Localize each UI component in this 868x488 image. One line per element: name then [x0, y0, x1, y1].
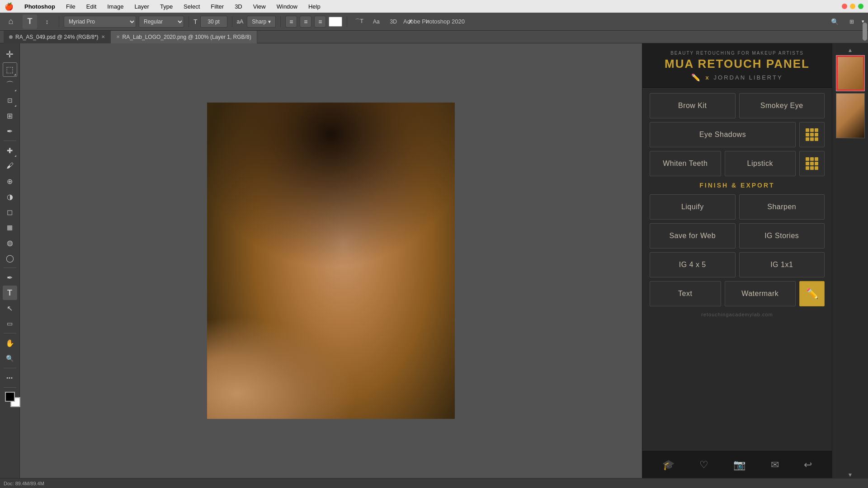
anti-alias-select[interactable]: Sharp ▾	[247, 16, 276, 28]
canvas-area[interactable]	[20, 43, 642, 478]
gradient-tool[interactable]: ▦	[3, 220, 17, 235]
lipstick-grid-button[interactable]	[799, 151, 825, 176]
eye-shadows-button[interactable]: Eye Shadows	[650, 122, 796, 147]
type-tool-indicator[interactable]: T	[23, 14, 37, 29]
tab-close-1[interactable]: ✕	[101, 34, 105, 39]
arrange-windows-button[interactable]: ⊞	[844, 14, 859, 29]
status-info: Doc: 89.4M/89.4M	[4, 481, 44, 486]
finish-export-label: FINISH & EXPORT	[650, 182, 825, 189]
3d-button[interactable]: 3D	[386, 14, 401, 29]
zoom-tool[interactable]: 🔍	[3, 351, 17, 366]
object-select-tool[interactable]: ⊡	[3, 93, 17, 108]
tab-dot-1	[9, 35, 13, 39]
menu-layer[interactable]: Layer	[132, 2, 151, 11]
shape-tool[interactable]: ▭	[3, 316, 17, 331]
path-select-tool[interactable]: ↖	[3, 301, 17, 315]
more-tools-button[interactable]: •••	[3, 371, 17, 385]
menu-window[interactable]: Window	[275, 2, 299, 11]
home-button[interactable]: ⌂	[4, 14, 18, 29]
toggle-direction-button[interactable]: ↕	[40, 14, 54, 29]
menu-file[interactable]: File	[64, 2, 77, 11]
menu-3d[interactable]: 3D	[233, 2, 244, 11]
align-center-button[interactable]: ≡	[300, 16, 311, 28]
warp-text-button[interactable]: ⌒T	[352, 14, 366, 29]
character-panel-button[interactable]: Aa	[369, 14, 383, 29]
align-right-button[interactable]: ≡	[314, 16, 326, 28]
move-tool[interactable]: ✛	[3, 47, 17, 61]
foreground-background-colors[interactable]	[5, 392, 15, 402]
ig-1x1-button[interactable]: IG 1x1	[739, 252, 825, 277]
watermark-pencil-button[interactable]: ✏️	[799, 281, 825, 306]
window-close-btn[interactable]	[842, 4, 847, 9]
eraser-tool[interactable]: ◻	[3, 205, 17, 219]
dodge-tool[interactable]: ◯	[3, 251, 17, 265]
thumbnail-2[interactable]	[836, 93, 865, 138]
search-button[interactable]: 🔍	[827, 14, 842, 29]
eyedropper-tool[interactable]: ✒	[3, 124, 17, 138]
text-button[interactable]: Text	[650, 281, 721, 306]
font-family-select[interactable]: Myriad Pro	[64, 16, 136, 28]
separator-4	[280, 16, 281, 27]
align-left-button[interactable]: ≡	[285, 16, 297, 28]
menu-view[interactable]: View	[251, 2, 268, 11]
options-bar: ⌂ T ↕ Myriad Pro Regular T aA Sharp ▾ ≡ …	[0, 13, 868, 31]
footer-email-icon[interactable]: ✉	[771, 459, 779, 471]
panel-collab: ✏️ x JORDAN LIBERTY	[651, 73, 823, 82]
thumbnail-1[interactable]	[836, 55, 865, 91]
tab-close-2[interactable]: ✕	[116, 34, 120, 39]
tab-png-file[interactable]: ✕ RA_Lab_LOGO_2020.png @ 100% (Layer 1, …	[111, 31, 257, 43]
menu-filter[interactable]: Filter	[209, 2, 226, 11]
liquify-button[interactable]: Liquify	[650, 194, 736, 220]
artboard-tool[interactable]: ⬚	[3, 62, 17, 77]
footer-instagram-icon[interactable]: 📷	[733, 459, 745, 471]
thumb-scroll-down[interactable]: ▼	[848, 472, 853, 478]
history-tool[interactable]: ◑	[3, 189, 17, 204]
menu-image[interactable]: Image	[105, 2, 125, 11]
row-teeth-lipstick: Whiten Teeth Lipstick	[650, 151, 825, 176]
chevron-down-icon: ▾	[268, 19, 271, 25]
whiten-teeth-button[interactable]: Whiten Teeth	[650, 151, 721, 176]
clone-tool[interactable]: ⊕	[3, 174, 17, 188]
separator-5	[347, 16, 347, 27]
type-tool[interactable]: T	[3, 286, 17, 300]
sharpen-button[interactable]: Sharpen	[739, 194, 825, 220]
row-liquify-sharpen: Liquify Sharpen	[650, 194, 825, 220]
footer-back-icon[interactable]: ↩	[804, 459, 812, 471]
app-title: Adobe Photoshop 2020	[403, 18, 465, 25]
foreground-color[interactable]	[5, 392, 15, 402]
text-color-swatch[interactable]	[329, 17, 342, 27]
ig-4x5-button[interactable]: IG 4 x 5	[650, 252, 736, 277]
footer-education-icon[interactable]: 🎓	[662, 459, 675, 471]
eye-shadows-grid-button[interactable]	[799, 122, 825, 147]
menu-photoshop[interactable]: Photoshop	[23, 2, 57, 11]
tab-psd-file[interactable]: RA_AS_049.psd @ 24% (RGB/8*) ✕	[4, 31, 111, 43]
smokey-eye-button[interactable]: Smokey Eye	[739, 93, 825, 118]
font-style-select[interactable]: Regular	[139, 16, 184, 28]
watermark-button[interactable]: Watermark	[725, 281, 796, 306]
blur-tool[interactable]: ◍	[3, 235, 17, 250]
save-for-web-button[interactable]: Save for Web	[650, 223, 736, 249]
menu-edit[interactable]: Edit	[85, 2, 98, 11]
grid-icon-2	[806, 157, 818, 170]
window-maximize-btn[interactable]	[858, 4, 863, 9]
hand-tool[interactable]: ✋	[3, 336, 17, 350]
window-minimize-btn[interactable]	[850, 4, 855, 9]
footer-heart-icon[interactable]: ♡	[699, 459, 708, 471]
pen-tool[interactable]: ✒	[3, 270, 17, 285]
menu-type[interactable]: Type	[158, 2, 175, 11]
menu-bar: 🍎 Photoshop File Edit Image Layer Type S…	[0, 0, 868, 13]
brush-tool[interactable]: 🖌	[3, 159, 17, 173]
thumb-scroll-up[interactable]: ▲	[848, 47, 853, 53]
brow-kit-button[interactable]: Brow Kit	[650, 93, 736, 118]
menu-select[interactable]: Select	[182, 2, 202, 11]
font-size-input[interactable]	[200, 16, 227, 28]
panel-title: MUA RETOUCH PANEL	[651, 57, 823, 70]
menu-help[interactable]: Help	[307, 2, 322, 11]
lasso-tool[interactable]: ⌒	[3, 78, 17, 92]
crop-tool[interactable]: ⊞	[3, 108, 17, 123]
apple-menu[interactable]: 🍎	[5, 2, 14, 11]
panel-buttons-area: Brow Kit Smokey Eye Eye Shadows Whiten T…	[642, 88, 832, 451]
spot-heal-tool[interactable]: ✚	[3, 143, 17, 158]
lipstick-button[interactable]: Lipstick	[725, 151, 796, 176]
ig-stories-button[interactable]: IG Stories	[739, 223, 825, 249]
